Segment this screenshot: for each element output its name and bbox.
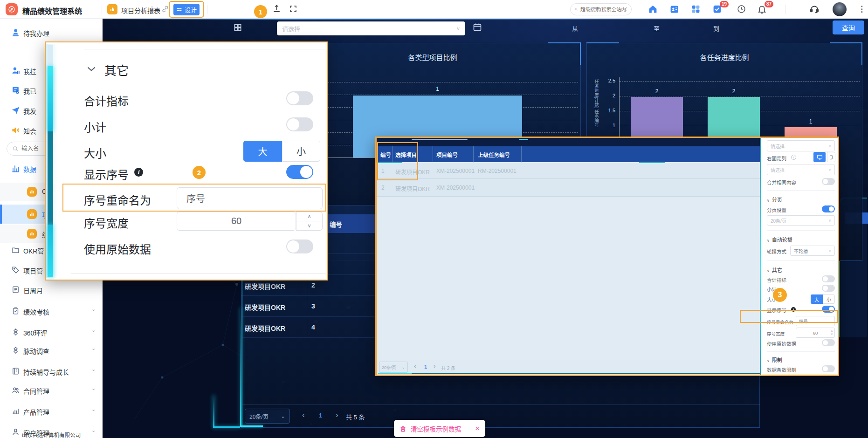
close-icon[interactable]: × <box>475 424 480 433</box>
current-page[interactable]: 1 <box>319 412 322 419</box>
subtotal-toggle[interactable] <box>286 117 313 131</box>
shot-table-row[interactable]: 2 研发项目OKR XM-202500001 <box>377 179 760 197</box>
show-index-label: 显示序号 <box>767 307 786 314</box>
section-limit[interactable]: ∨限制 <box>767 356 782 363</box>
fullscreen-icon[interactable] <box>289 5 297 13</box>
y-tick: 2.5 <box>600 78 615 83</box>
contacts-icon[interactable] <box>669 4 679 14</box>
shot-page-size-select[interactable]: 20条/页 ⌄ <box>379 362 408 373</box>
clear-sample-data-button[interactable]: 清空模板示例数据 × <box>394 420 485 437</box>
y-tick: 1.5 <box>600 108 615 113</box>
info-icon[interactable]: i <box>791 155 796 160</box>
shot-next-page[interactable]: › <box>434 363 435 370</box>
size-big-button[interactable]: 大 <box>243 141 282 162</box>
section-chevron-icon[interactable] <box>87 66 96 72</box>
chart-title: 各类型项目比例 <box>284 52 581 62</box>
design-button-label: 设计 <box>185 5 197 14</box>
shot-header-cell[interactable]: 上级任务编号 <box>478 151 510 158</box>
sidebar-item-assessment[interactable]: 绩效考核 ⌄ <box>0 302 103 321</box>
sidebar-item-coaching[interactable]: 持续辅导与成长 ⌄ <box>0 362 103 381</box>
shot-prev-page[interactable]: ‹ <box>414 363 416 370</box>
shot-header-cell[interactable]: 编号 <box>380 151 391 158</box>
paging-setting-toggle[interactable] <box>822 205 835 212</box>
size-small-button[interactable]: 小 <box>823 294 835 304</box>
shot-header-cell[interactable]: 选择项目 <box>395 151 417 158</box>
show-index-toggle[interactable] <box>286 165 313 179</box>
clock-icon[interactable] <box>737 4 746 14</box>
total-metric-toggle[interactable] <box>286 91 313 105</box>
stepper-down-button[interactable]: ∨ <box>296 221 323 231</box>
app-logo <box>6 3 18 15</box>
section-carousel[interactable]: ∨自动轮播 <box>767 236 792 243</box>
sidebar-item-360[interactable]: 360环评 ⌄ <box>0 323 103 342</box>
rename-index-input-wrap <box>796 316 835 326</box>
shot-cell: XM-202500001 <box>436 185 475 191</box>
shot-progress-track <box>412 373 760 374</box>
mobile-view-button[interactable] <box>827 152 835 162</box>
clipboard-icon <box>12 307 20 315</box>
shot-current-page[interactable]: 1 <box>424 364 427 370</box>
panel-select[interactable]: 请选择 ∨ <box>767 164 835 175</box>
data-limit-toggle[interactable] <box>822 365 835 372</box>
sidebar-item-pulse[interactable]: 脉动调查 ⌄ <box>0 341 103 360</box>
size-big-button[interactable]: 大 <box>811 294 823 304</box>
size-small-button[interactable]: 小 <box>282 141 320 162</box>
calendar-icon[interactable] <box>473 22 482 32</box>
report-table-corner <box>241 425 263 427</box>
info-icon[interactable]: i <box>791 307 796 312</box>
show-index-toggle[interactable] <box>822 306 835 313</box>
support-headset-icon[interactable] <box>809 4 820 14</box>
filter-select[interactable]: 请选择 ∨ <box>277 21 465 35</box>
popup-bottom-divider <box>71 273 326 274</box>
page-size-select[interactable]: 20条/页 ⌄ <box>245 409 290 424</box>
share-link-icon[interactable] <box>161 5 169 13</box>
sidebar-item-label: 合同管理 <box>23 386 49 396</box>
person-stamp-icon <box>11 28 20 37</box>
stepper-up-button[interactable]: ∧ <box>296 212 323 221</box>
sidebar-item-products[interactable]: 产品管理 ⌄ <box>0 402 103 421</box>
user-avatar[interactable] <box>833 2 847 16</box>
step-badge-2: 2 <box>193 166 206 179</box>
app-header: 精品绩效管理系统 项目分析报表 ☆ 设计 19 87 ⋮ <box>0 0 868 19</box>
total-metric-toggle[interactable] <box>822 275 835 282</box>
section-paging[interactable]: ∨分页 <box>767 196 782 203</box>
more-menu-icon[interactable]: ⋮ <box>858 4 866 14</box>
shot-header-cell[interactable]: 项目编号 <box>436 151 458 158</box>
sidebar-item-label: OKR管 <box>23 246 44 255</box>
carousel-mode-select[interactable]: 不轮播 ∨ <box>790 246 835 256</box>
sidebar-item-todo[interactable]: 待我办理 <box>0 23 103 42</box>
scrollbar-thumb[interactable] <box>48 66 53 131</box>
section-other[interactable]: ∨其它 <box>767 266 782 274</box>
shot-table-row[interactable]: 1 研发项目OKR XM-202500001 RM-202500001 <box>377 163 760 179</box>
design-button[interactable]: 设计 <box>173 4 200 15</box>
favorite-star-icon[interactable]: ☆ <box>148 4 156 14</box>
divider <box>102 5 102 14</box>
global-search-input[interactable] <box>580 7 627 12</box>
sidebar-item-reports[interactable]: 日周月 <box>0 281 103 299</box>
panel-select[interactable]: 请选择 ∨ <box>767 140 835 151</box>
index-width-input[interactable] <box>177 212 296 231</box>
page-size-select[interactable]: 20条/页 ∨ <box>767 215 835 226</box>
info-icon[interactable]: i <box>134 168 143 177</box>
sidebar-item-contracts[interactable]: 合同管理 ⌄ <box>0 381 103 400</box>
mini-stepper[interactable]: ∧ ∨ <box>829 328 834 337</box>
next-page-button[interactable]: › <box>336 411 338 420</box>
desktop-view-button[interactable] <box>813 152 826 162</box>
home-icon[interactable] <box>648 4 658 14</box>
merge-same-toggle[interactable] <box>822 178 835 185</box>
raw-data-toggle[interactable] <box>286 240 313 253</box>
query-button[interactable]: 查询 <box>833 21 864 34</box>
rename-index-input[interactable] <box>177 187 323 209</box>
global-search[interactable] <box>570 3 632 15</box>
subtotal-toggle[interactable] <box>822 285 835 292</box>
prev-page-button[interactable]: ‹ <box>302 411 305 420</box>
carousel-mode-value: 不轮播 <box>794 247 808 254</box>
rename-index-input[interactable] <box>796 316 835 326</box>
raw-data-toggle[interactable] <box>822 339 835 346</box>
apps-grid-icon[interactable] <box>691 4 701 14</box>
shot-cell: 2 <box>381 185 385 191</box>
frame-corner-left <box>213 395 214 428</box>
section-label: 限制 <box>772 357 782 363</box>
trash-icon <box>400 425 406 432</box>
export-icon[interactable] <box>272 4 281 13</box>
